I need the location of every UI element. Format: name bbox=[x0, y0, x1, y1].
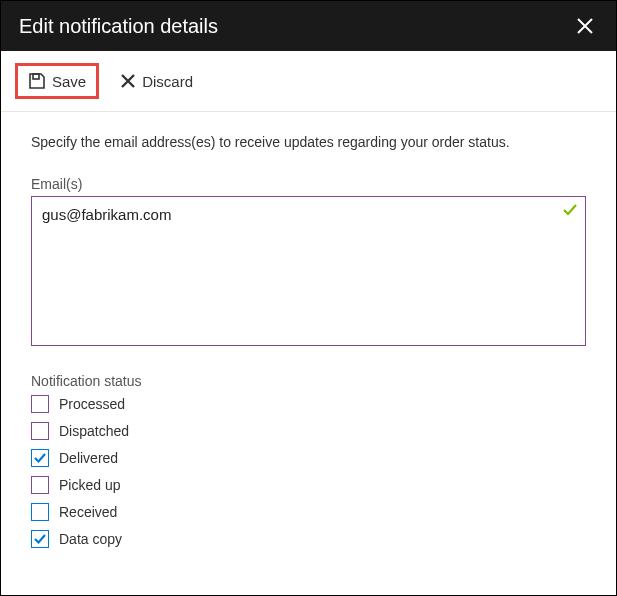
status-item[interactable]: Picked up bbox=[31, 476, 586, 494]
emails-field-label: Email(s) bbox=[31, 176, 586, 192]
status-item[interactable]: Data copy bbox=[31, 530, 586, 548]
instruction-text: Specify the email address(es) to receive… bbox=[31, 134, 586, 150]
status-item[interactable]: Received bbox=[31, 503, 586, 521]
close-icon bbox=[576, 17, 594, 35]
save-icon bbox=[28, 72, 46, 90]
status-item-label: Data copy bbox=[59, 531, 122, 547]
status-item-label: Processed bbox=[59, 396, 125, 412]
save-button[interactable]: Save bbox=[15, 63, 99, 99]
checkbox[interactable] bbox=[31, 449, 49, 467]
status-item-label: Received bbox=[59, 504, 117, 520]
status-item[interactable]: Processed bbox=[31, 395, 586, 413]
checkbox[interactable] bbox=[31, 530, 49, 548]
close-button[interactable] bbox=[572, 13, 598, 39]
notification-status-label: Notification status bbox=[31, 373, 586, 389]
discard-x-icon bbox=[120, 73, 136, 89]
status-item-label: Picked up bbox=[59, 477, 120, 493]
panel-body: Specify the email address(es) to receive… bbox=[1, 112, 616, 548]
discard-button-label: Discard bbox=[142, 73, 193, 90]
checkmark-icon bbox=[562, 202, 578, 218]
discard-button[interactable]: Discard bbox=[107, 64, 206, 99]
status-item[interactable]: Delivered bbox=[31, 449, 586, 467]
svg-rect-0 bbox=[33, 74, 39, 79]
checkbox[interactable] bbox=[31, 476, 49, 494]
checkbox[interactable] bbox=[31, 395, 49, 413]
status-item[interactable]: Dispatched bbox=[31, 422, 586, 440]
titlebar: Edit notification details bbox=[1, 1, 616, 51]
emails-field-wrapper bbox=[31, 196, 586, 349]
emails-input[interactable] bbox=[31, 196, 586, 346]
checkbox[interactable] bbox=[31, 422, 49, 440]
checkbox[interactable] bbox=[31, 503, 49, 521]
status-item-label: Delivered bbox=[59, 450, 118, 466]
save-button-label: Save bbox=[52, 73, 86, 90]
notification-status-list: ProcessedDispatchedDeliveredPicked upRec… bbox=[31, 395, 586, 548]
panel-title: Edit notification details bbox=[19, 15, 218, 38]
status-item-label: Dispatched bbox=[59, 423, 129, 439]
toolbar: Save Discard bbox=[1, 51, 616, 112]
